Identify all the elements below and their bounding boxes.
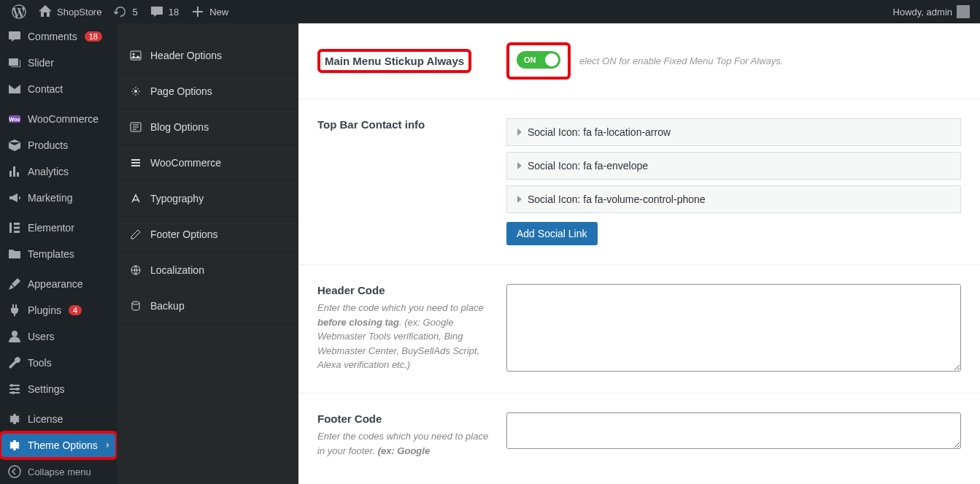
comment-icon [150,4,164,19]
tab-backup-label: Backup [150,300,185,312]
tab-woocommerce[interactable]: WooCommerce [117,145,298,181]
menu-theme-options[interactable]: Theme Options [0,432,117,458]
tab-typography-label: Typography [150,193,204,204]
menu-marketing[interactable]: Marketing [0,185,117,211]
brush-icon [7,277,22,291]
svg-point-6 [12,331,18,337]
menu-woocommerce[interactable]: Woo WooCommerce [0,106,117,132]
menu-slider[interactable]: Slider [0,50,117,76]
mail-icon [7,82,22,96]
tab-footer-options[interactable]: Footer Options [117,217,298,253]
howdy-label: Howdy, admin [893,7,952,18]
menu-slider-label: Slider [28,57,54,69]
menu-collapse-label: Collapse menu [28,466,91,477]
social-item-1-label: Social Icon: fa fa-envelope [528,160,648,172]
menu-settings-label: Settings [28,383,65,395]
social-item-1[interactable]: Social Icon: fa fa-envelope [506,152,961,180]
menu-analytics[interactable]: Analytics [0,158,117,185]
menu-marketing-label: Marketing [28,192,72,204]
image-icon [130,50,142,61]
chart-icon [7,164,22,179]
globe-icon [130,264,142,276]
menu-elementor-label: Elementor [28,222,74,234]
wrench-icon [7,356,22,370]
stickup-toggle[interactable]: ON [517,51,560,69]
menu-analytics-label: Analytics [28,166,69,177]
footer-code-desc: Enter the codes which you need to place … [317,429,489,458]
list-icon [130,121,142,133]
theme-options-tabs: Header Options Page Options Blog Options… [117,23,298,484]
menu-users[interactable]: Users [0,323,117,350]
tab-blog-label: Blog Options [150,121,209,133]
menu-license[interactable]: License [0,406,117,432]
svg-point-7 [10,384,13,387]
stickup-toggle-value: ON [524,55,536,64]
header-code-textarea[interactable] [506,284,961,372]
site-name-label: ShopStore [57,7,101,18]
svg-rect-5 [14,231,20,233]
menu-collapse[interactable]: Collapse menu [0,458,117,484]
site-name-button[interactable]: ShopStore [32,0,107,23]
tab-blog-options[interactable]: Blog Options [117,110,298,145]
woo-icon: Woo [7,112,22,126]
menu-products-label: Products [28,139,68,151]
add-social-link-button[interactable]: Add Social Link [506,222,598,245]
gear-icon [130,85,142,97]
chevron-right-icon [517,196,522,203]
menu-tools[interactable]: Tools [0,350,117,376]
menu-templates-label: Templates [28,248,74,260]
social-item-0-label: Social Icon: fa fa-location-arrow [528,126,671,138]
svg-rect-4 [14,227,20,229]
menu-contact[interactable]: Contact [0,76,117,102]
admin-menu: Comments 18 Slider Contact Woo WooCommer… [0,23,117,484]
svg-point-9 [12,391,15,394]
admin-toolbar: ShopStore 5 18 New Howdy, admin [0,0,980,23]
topbar-label: Top Bar Contact info [317,118,489,131]
menu-settings[interactable]: Settings [0,376,117,402]
footer-code-textarea[interactable] [506,412,961,449]
menu-templates[interactable]: Templates [0,241,117,267]
wp-logo-button[interactable] [6,0,32,23]
menu-appearance[interactable]: Appearance [0,271,117,297]
tab-woocommerce-label: WooCommerce [150,157,221,169]
tab-header-options[interactable]: Header Options [117,38,298,74]
tab-header-label: Header Options [150,50,222,61]
svg-rect-11 [131,51,141,60]
folder-icon [7,247,22,261]
comment-icon [7,29,22,44]
menu-lines-icon [130,157,142,169]
header-code-label: Header Code [317,284,489,296]
collapse-icon [7,464,22,479]
social-item-2[interactable]: Social Icon: fa fa-volume-control-phone [506,185,961,213]
svg-point-12 [133,53,135,55]
tab-localization[interactable]: Localization [117,253,298,288]
tab-page-options[interactable]: Page Options [117,74,298,110]
comments-button[interactable]: 18 [144,0,185,23]
database-icon [130,300,142,312]
menu-comments[interactable]: Comments 18 [0,23,117,50]
plus-icon [190,4,205,19]
menu-woocommerce-label: WooCommerce [28,113,99,125]
tab-typography[interactable]: Typography [117,181,298,217]
updates-count: 5 [132,7,137,18]
comments-count: 18 [169,7,179,18]
new-button[interactable]: New [185,0,234,23]
new-label: New [209,7,228,18]
user-icon [7,329,22,344]
updates-button[interactable]: 5 [107,0,143,23]
tab-backup[interactable]: Backup [117,288,298,324]
menu-appearance-label: Appearance [28,278,83,290]
stickup-label: Main Menu Stickup Always [325,55,464,67]
menu-plugins-badge: 4 [69,305,82,315]
menu-plugins-label: Plugins [28,304,61,316]
social-item-0[interactable]: Social Icon: fa fa-location-arrow [506,118,961,146]
tab-footer-label: Footer Options [150,228,218,240]
font-icon [130,193,142,204]
sliders-icon [7,382,22,396]
menu-users-label: Users [28,331,55,342]
menu-elementor[interactable]: Elementor [0,215,117,241]
menu-plugins[interactable]: Plugins 4 [0,297,117,323]
menu-products[interactable]: Products [0,132,117,158]
content-panel: Main Menu Stickup Always ON elect ON for… [298,23,980,484]
account-button[interactable]: Howdy, admin [893,5,974,18]
